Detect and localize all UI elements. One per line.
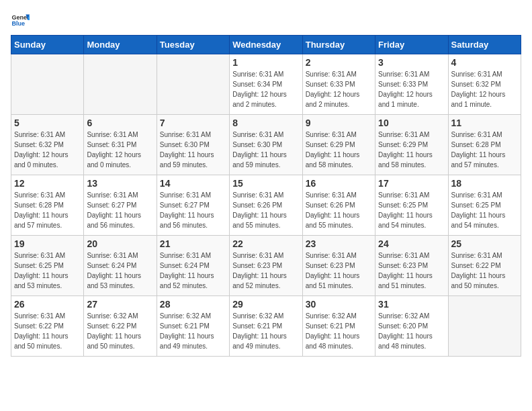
svg-text:Blue: Blue xyxy=(11,20,25,27)
day-cell-23: 23Sunrise: 6:31 AM Sunset: 6:23 PM Dayli… xyxy=(302,236,375,296)
empty-cell xyxy=(157,54,229,115)
day-number: 1 xyxy=(232,57,299,68)
day-info: Sunrise: 6:31 AM Sunset: 6:23 PM Dayligh… xyxy=(378,250,445,291)
day-cell-22: 22Sunrise: 6:31 AM Sunset: 6:23 PM Dayli… xyxy=(230,236,302,296)
week-row-4: 19Sunrise: 6:31 AM Sunset: 6:25 PM Dayli… xyxy=(11,236,521,296)
day-info: Sunrise: 6:31 AM Sunset: 6:22 PM Dayligh… xyxy=(14,311,81,351)
day-info: Sunrise: 6:31 AM Sunset: 6:30 PM Dayligh… xyxy=(160,130,226,170)
day-cell-15: 15Sunrise: 6:31 AM Sunset: 6:26 PM Dayli… xyxy=(230,175,302,236)
calendar-table: SundayMondayTuesdayWednesdayThursdayFrid… xyxy=(11,35,521,357)
day-cell-27: 27Sunrise: 6:32 AM Sunset: 6:22 PM Dayli… xyxy=(84,296,157,357)
day-number: 5 xyxy=(14,118,81,128)
weekday-header-friday: Friday xyxy=(375,36,448,54)
day-cell-16: 16Sunrise: 6:31 AM Sunset: 6:26 PM Dayli… xyxy=(302,175,375,236)
day-info: Sunrise: 6:31 AM Sunset: 6:25 PM Dayligh… xyxy=(14,250,81,291)
weekday-header-saturday: Saturday xyxy=(448,36,521,54)
day-info: Sunrise: 6:31 AM Sunset: 6:34 PM Dayligh… xyxy=(232,69,299,109)
day-cell-28: 28Sunrise: 6:32 AM Sunset: 6:21 PM Dayli… xyxy=(157,296,229,357)
day-cell-31: 31Sunrise: 6:32 AM Sunset: 6:20 PM Dayli… xyxy=(375,296,448,357)
day-info: Sunrise: 6:31 AM Sunset: 6:31 PM Dayligh… xyxy=(87,130,153,170)
day-number: 15 xyxy=(232,178,299,189)
week-row-5: 26Sunrise: 6:31 AM Sunset: 6:22 PM Dayli… xyxy=(11,296,521,357)
day-number: 6 xyxy=(87,118,153,128)
day-info: Sunrise: 6:31 AM Sunset: 6:27 PM Dayligh… xyxy=(87,190,153,230)
day-info: Sunrise: 6:31 AM Sunset: 6:32 PM Dayligh… xyxy=(14,130,81,170)
day-cell-5: 5Sunrise: 6:31 AM Sunset: 6:32 PM Daylig… xyxy=(11,115,84,175)
day-info: Sunrise: 6:31 AM Sunset: 6:28 PM Dayligh… xyxy=(451,130,518,170)
day-number: 22 xyxy=(232,238,299,249)
empty-cell xyxy=(11,54,84,115)
day-cell-13: 13Sunrise: 6:31 AM Sunset: 6:27 PM Dayli… xyxy=(84,175,157,236)
day-number: 24 xyxy=(378,238,445,249)
day-number: 25 xyxy=(451,238,518,249)
day-number: 29 xyxy=(232,299,299,310)
weekday-header-sunday: Sunday xyxy=(11,36,84,54)
day-info: Sunrise: 6:31 AM Sunset: 6:23 PM Dayligh… xyxy=(306,250,372,291)
day-cell-29: 29Sunrise: 6:32 AM Sunset: 6:21 PM Dayli… xyxy=(230,296,302,357)
day-info: Sunrise: 6:31 AM Sunset: 6:33 PM Dayligh… xyxy=(378,69,445,109)
day-number: 21 xyxy=(160,238,226,249)
day-cell-30: 30Sunrise: 6:32 AM Sunset: 6:21 PM Dayli… xyxy=(302,296,375,357)
day-info: Sunrise: 6:31 AM Sunset: 6:29 PM Dayligh… xyxy=(378,130,445,170)
day-number: 13 xyxy=(87,178,153,189)
day-info: Sunrise: 6:31 AM Sunset: 6:29 PM Dayligh… xyxy=(306,130,372,170)
day-number: 4 xyxy=(451,57,518,68)
day-number: 23 xyxy=(306,238,372,249)
day-cell-2: 2Sunrise: 6:31 AM Sunset: 6:33 PM Daylig… xyxy=(302,54,375,115)
logo: General Blue xyxy=(11,11,32,30)
day-number: 20 xyxy=(87,238,153,249)
day-cell-9: 9Sunrise: 6:31 AM Sunset: 6:29 PM Daylig… xyxy=(302,115,375,175)
day-info: Sunrise: 6:31 AM Sunset: 6:32 PM Dayligh… xyxy=(451,69,518,109)
day-number: 28 xyxy=(160,299,226,310)
day-cell-17: 17Sunrise: 6:31 AM Sunset: 6:25 PM Dayli… xyxy=(375,175,448,236)
weekday-header-tuesday: Tuesday xyxy=(157,36,229,54)
weekday-header-thursday: Thursday xyxy=(302,36,375,54)
day-info: Sunrise: 6:31 AM Sunset: 6:25 PM Dayligh… xyxy=(378,190,445,230)
day-cell-3: 3Sunrise: 6:31 AM Sunset: 6:33 PM Daylig… xyxy=(375,54,448,115)
day-cell-1: 1Sunrise: 6:31 AM Sunset: 6:34 PM Daylig… xyxy=(230,54,302,115)
day-number: 2 xyxy=(306,57,372,68)
day-number: 8 xyxy=(232,118,299,128)
day-number: 10 xyxy=(378,118,445,128)
weekday-header-wednesday: Wednesday xyxy=(230,36,302,54)
day-number: 27 xyxy=(87,299,153,310)
day-number: 11 xyxy=(451,118,518,128)
day-info: Sunrise: 6:32 AM Sunset: 6:21 PM Dayligh… xyxy=(232,311,299,351)
week-row-2: 5Sunrise: 6:31 AM Sunset: 6:32 PM Daylig… xyxy=(11,115,521,175)
day-cell-6: 6Sunrise: 6:31 AM Sunset: 6:31 PM Daylig… xyxy=(84,115,157,175)
day-cell-7: 7Sunrise: 6:31 AM Sunset: 6:30 PM Daylig… xyxy=(157,115,229,175)
day-info: Sunrise: 6:31 AM Sunset: 6:26 PM Dayligh… xyxy=(306,190,372,230)
weekday-header-monday: Monday xyxy=(84,36,157,54)
day-info: Sunrise: 6:31 AM Sunset: 6:25 PM Dayligh… xyxy=(451,190,518,230)
day-cell-11: 11Sunrise: 6:31 AM Sunset: 6:28 PM Dayli… xyxy=(448,115,521,175)
day-number: 14 xyxy=(160,178,226,189)
logo-icon: General Blue xyxy=(11,11,30,30)
day-info: Sunrise: 6:31 AM Sunset: 6:24 PM Dayligh… xyxy=(160,250,226,291)
day-number: 3 xyxy=(378,57,445,68)
day-cell-20: 20Sunrise: 6:31 AM Sunset: 6:24 PM Dayli… xyxy=(84,236,157,296)
day-info: Sunrise: 6:31 AM Sunset: 6:22 PM Dayligh… xyxy=(451,250,518,291)
day-cell-25: 25Sunrise: 6:31 AM Sunset: 6:22 PM Dayli… xyxy=(448,236,521,296)
empty-cell xyxy=(448,296,521,357)
week-row-3: 12Sunrise: 6:31 AM Sunset: 6:28 PM Dayli… xyxy=(11,175,521,236)
day-cell-14: 14Sunrise: 6:31 AM Sunset: 6:27 PM Dayli… xyxy=(157,175,229,236)
day-info: Sunrise: 6:31 AM Sunset: 6:27 PM Dayligh… xyxy=(160,190,226,230)
day-cell-19: 19Sunrise: 6:31 AM Sunset: 6:25 PM Dayli… xyxy=(11,236,84,296)
day-cell-18: 18Sunrise: 6:31 AM Sunset: 6:25 PM Dayli… xyxy=(448,175,521,236)
day-info: Sunrise: 6:31 AM Sunset: 6:23 PM Dayligh… xyxy=(232,250,299,291)
day-cell-21: 21Sunrise: 6:31 AM Sunset: 6:24 PM Dayli… xyxy=(157,236,229,296)
day-number: 17 xyxy=(378,178,445,189)
day-cell-10: 10Sunrise: 6:31 AM Sunset: 6:29 PM Dayli… xyxy=(375,115,448,175)
day-info: Sunrise: 6:32 AM Sunset: 6:21 PM Dayligh… xyxy=(160,311,226,351)
day-number: 19 xyxy=(14,238,81,249)
day-number: 18 xyxy=(451,178,518,189)
day-number: 16 xyxy=(306,178,372,189)
day-number: 30 xyxy=(306,299,372,310)
day-info: Sunrise: 6:31 AM Sunset: 6:33 PM Dayligh… xyxy=(306,69,372,109)
day-cell-24: 24Sunrise: 6:31 AM Sunset: 6:23 PM Dayli… xyxy=(375,236,448,296)
day-number: 7 xyxy=(160,118,226,128)
day-info: Sunrise: 6:31 AM Sunset: 6:26 PM Dayligh… xyxy=(232,190,299,230)
week-row-1: 1Sunrise: 6:31 AM Sunset: 6:34 PM Daylig… xyxy=(11,54,521,115)
day-cell-8: 8Sunrise: 6:31 AM Sunset: 6:30 PM Daylig… xyxy=(230,115,302,175)
empty-cell xyxy=(84,54,157,115)
